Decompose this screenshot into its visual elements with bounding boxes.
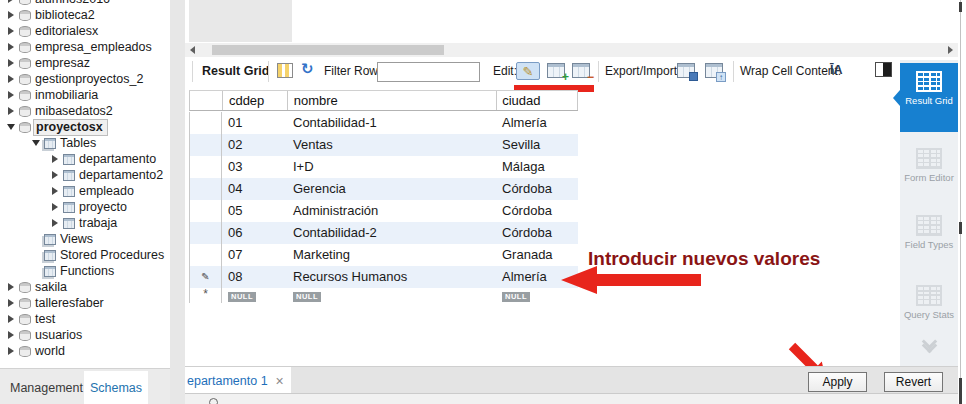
- tree-item-test[interactable]: test: [0, 311, 170, 327]
- expand-arrow-icon[interactable]: [3, 39, 19, 55]
- view-field-types[interactable]: Field Types: [900, 215, 958, 251]
- expand-arrow-icon[interactable]: [47, 215, 63, 231]
- panel-divider[interactable]: [170, 0, 185, 404]
- horizontal-scrollbar[interactable]: [185, 43, 958, 57]
- tree-item-empleado[interactable]: empleado: [0, 183, 170, 199]
- tree-item-alumnos2016[interactable]: alumnos2016: [0, 0, 170, 7]
- insert-row-icon[interactable]: +: [547, 63, 565, 78]
- row-selector[interactable]: [189, 222, 222, 244]
- collapse-arrow-icon[interactable]: [28, 135, 44, 151]
- column-header-cddep[interactable]: cddep: [223, 91, 288, 110]
- expand-arrow-icon[interactable]: [3, 87, 19, 103]
- refresh-icon[interactable]: ↻: [301, 60, 314, 78]
- expand-arrow-icon[interactable]: [47, 199, 63, 215]
- expand-arrow-icon[interactable]: [3, 7, 19, 23]
- cell-cddep[interactable]: 04: [222, 178, 287, 200]
- tree-item-departamento2[interactable]: departamento2: [0, 167, 170, 183]
- revert-button[interactable]: Revert: [884, 372, 943, 392]
- tree-item-empresa-empleados[interactable]: empresa_empleados: [0, 39, 170, 55]
- row-selector[interactable]: [189, 244, 222, 266]
- sidebar-tab-management[interactable]: Management: [10, 381, 83, 395]
- table-row[interactable]: 06Contabilidad-2Córdoba: [189, 222, 578, 244]
- table-row[interactable]: 01Contabilidad-1Almería: [189, 112, 578, 134]
- cell-nombre[interactable]: Contabilidad-2: [287, 222, 497, 244]
- cell-cddep-null[interactable]: NULL: [222, 288, 287, 303]
- view-form-editor[interactable]: Form Editor: [900, 148, 958, 184]
- cell-cddep[interactable]: 03: [222, 156, 287, 178]
- cell-cddep[interactable]: 01: [222, 112, 287, 134]
- new-row-marker[interactable]: *: [189, 288, 222, 303]
- cell-ciudad[interactable]: Córdoba: [497, 200, 578, 222]
- expand-arrow-icon[interactable]: [3, 0, 19, 7]
- row-selector[interactable]: [189, 156, 222, 178]
- expand-arrow-icon[interactable]: [47, 151, 63, 167]
- expand-arrow-icon[interactable]: [3, 279, 19, 295]
- tree-item-gestionproyectos-2[interactable]: gestionproyectos_2: [0, 71, 170, 87]
- tree-item-mibasedatos2[interactable]: mibasedatos2: [0, 103, 170, 119]
- tree-item-world[interactable]: world: [0, 343, 170, 359]
- table-row[interactable]: 03I+DMálaga: [189, 156, 578, 178]
- column-header-nombre[interactable]: nombre: [288, 91, 497, 110]
- expand-arrow-icon[interactable]: [3, 327, 19, 343]
- expand-arrow-icon[interactable]: [3, 343, 19, 359]
- row-selector[interactable]: [189, 178, 222, 200]
- column-header-ciudad[interactable]: ciudad: [497, 91, 578, 110]
- tree-item-biblioteca2[interactable]: biblioteca2: [0, 7, 170, 23]
- cell-cddep[interactable]: 05: [222, 200, 287, 222]
- cell-nombre[interactable]: I+D: [287, 156, 497, 178]
- cell-nombre[interactable]: Ventas: [287, 134, 497, 156]
- edit-record-pencil-icon[interactable]: ✎: [516, 62, 540, 80]
- cell-cddep[interactable]: 08: [222, 266, 287, 288]
- close-icon[interactable]: ×: [276, 373, 284, 389]
- cell-nombre[interactable]: Marketing: [287, 244, 497, 266]
- expand-arrow-icon[interactable]: [3, 55, 19, 71]
- cell-cddep[interactable]: 02: [222, 134, 287, 156]
- export-recordset-icon[interactable]: [677, 63, 695, 78]
- tree-item-empresaz[interactable]: empresaz: [0, 55, 170, 71]
- table-row[interactable]: 05AdministraciónCórdoba: [189, 200, 578, 222]
- table-row-editing[interactable]: ✎08Recursos HumanosAlmería: [189, 266, 578, 288]
- new-row-placeholder[interactable]: * NULL NULL NULL: [189, 288, 578, 303]
- expand-arrow-icon[interactable]: [47, 167, 63, 183]
- apply-button[interactable]: Apply: [808, 372, 867, 392]
- delete-row-icon[interactable]: −: [572, 63, 590, 78]
- import-records-icon[interactable]: ↑: [705, 63, 723, 78]
- row-selector-header[interactable]: [190, 91, 223, 110]
- expand-arrow-icon[interactable]: [3, 71, 19, 87]
- tree-item-proyectosx[interactable]: proyectosx: [0, 119, 170, 135]
- tree-item-talleresfaber[interactable]: talleresfaber: [0, 295, 170, 311]
- tree-item-proyecto[interactable]: proyecto: [0, 199, 170, 215]
- cell-cddep[interactable]: 06: [222, 222, 287, 244]
- tree-item-views[interactable]: Views: [0, 231, 170, 247]
- grid-columns-icon[interactable]: [277, 63, 293, 78]
- row-edit-pencil-icon[interactable]: ✎: [189, 266, 222, 288]
- table-row[interactable]: 07MarketingGranada: [189, 244, 578, 266]
- sidebar-tab-schemas[interactable]: Schemas: [84, 371, 148, 404]
- cell-ciudad[interactable]: Córdoba: [497, 222, 578, 244]
- row-selector[interactable]: [189, 134, 222, 156]
- tree-item-usuarios[interactable]: usuarios: [0, 327, 170, 343]
- cell-ciudad[interactable]: Córdoba: [497, 178, 578, 200]
- cell-ciudad[interactable]: Sevilla: [497, 134, 578, 156]
- wrap-cell-content-icon[interactable]: ĪA: [830, 63, 843, 77]
- cell-ciudad[interactable]: Málaga: [497, 156, 578, 178]
- cell-nombre[interactable]: Gerencia: [287, 178, 497, 200]
- tree-item-sakila[interactable]: sakila: [0, 279, 170, 295]
- result-tab-departamento[interactable]: epartamento 1 ×: [185, 367, 291, 394]
- cell-ciudad[interactable]: Granada: [497, 244, 578, 266]
- expand-arrow-icon[interactable]: [3, 103, 19, 119]
- tree-item-trabaja[interactable]: trabaja: [0, 215, 170, 231]
- cell-nombre[interactable]: Administración: [287, 200, 497, 222]
- tree-item-inmobiliaria[interactable]: inmobiliaria: [0, 87, 170, 103]
- cell-ciudad[interactable]: Almería: [497, 112, 578, 134]
- expand-arrow-icon[interactable]: [47, 183, 63, 199]
- table-row[interactable]: 04GerenciaCórdoba: [189, 178, 578, 200]
- view-result-grid-active[interactable]: Result Grid: [900, 63, 958, 132]
- panel-scroll-down[interactable]: [900, 336, 958, 351]
- expand-arrow-icon[interactable]: [3, 311, 19, 327]
- toggle-sidebar-icon[interactable]: [875, 62, 892, 77]
- tree-item-stored-procedures[interactable]: Stored Procedures: [0, 247, 170, 263]
- row-selector[interactable]: [189, 200, 222, 222]
- scroll-left-icon[interactable]: [190, 46, 195, 54]
- cell-nombre[interactable]: Contabilidad-1: [287, 112, 497, 134]
